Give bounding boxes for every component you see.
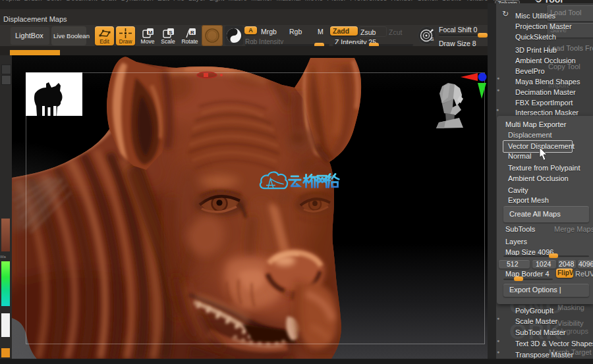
svg-text:S: S: [169, 30, 173, 36]
svg-text:R: R: [190, 30, 194, 36]
svg-text:S: S: [430, 36, 434, 42]
svg-text:M: M: [148, 30, 152, 36]
